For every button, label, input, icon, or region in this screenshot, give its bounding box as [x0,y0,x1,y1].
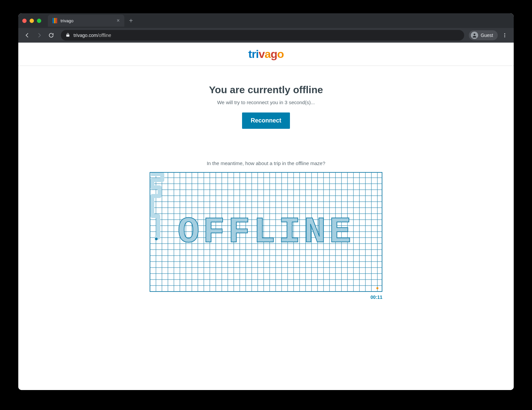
reconnect-countdown: We will try to reconnect you in 3 second… [217,100,315,105]
maze-board[interactable]: OFFLINE [150,172,382,292]
url-path: /offline [97,33,111,38]
window-controls [22,19,41,23]
svg-point-2 [504,35,505,36]
browser-tab[interactable]: trivago × [48,15,124,27]
back-button[interactable] [22,30,32,40]
browser-window: trivago × + trivago.com/offline [18,13,514,390]
svg-point-0 [473,34,475,35]
maze-prompt: In the meantime, how about a trip in the… [207,160,326,166]
browser-chrome: trivago × + trivago.com/offline [18,13,514,43]
page-title: You are currently offline [209,84,323,96]
url-text: trivago.com/offline [73,33,111,38]
svg-point-1 [504,33,505,34]
arrow-left-icon [24,32,30,38]
kebab-icon [502,33,507,38]
reload-icon [48,32,54,38]
url-host: trivago.com [73,33,97,38]
site-header: trivago [18,43,514,66]
main-content: You are currently offline We will try to… [18,66,514,300]
close-tab-button[interactable]: × [117,18,120,24]
arrow-right-icon [36,32,42,38]
page-content: trivago You are currently offline We wil… [18,43,514,390]
favicon-icon [53,18,57,23]
browser-toolbar: trivago.com/offline Guest [18,28,514,43]
new-tab-button[interactable]: + [129,17,133,25]
avatar-icon [471,32,478,39]
trivago-logo: trivago [248,48,284,61]
minimize-window-button[interactable] [30,19,34,23]
maximize-window-button[interactable] [37,19,41,23]
address-bar[interactable]: trivago.com/offline [61,30,464,41]
close-window-button[interactable] [22,19,27,23]
lock-icon [66,33,70,38]
maze-player-dot [155,238,158,240]
tab-strip: trivago × + [18,13,514,28]
maze-timer: 00:11 [150,295,382,300]
svg-point-3 [504,36,505,37]
browser-menu-button[interactable] [500,30,510,40]
profile-button[interactable]: Guest [469,30,498,40]
reconnect-button[interactable]: Reconnect [242,112,290,129]
maze-trail [150,173,382,292]
maze-game: OFFLINE 00:11 [150,172,382,300]
tab-title: trivago [61,18,73,23]
reload-button[interactable] [46,30,56,40]
profile-label: Guest [481,33,493,38]
maze-goal-dot [376,287,378,289]
forward-button[interactable] [34,30,44,40]
